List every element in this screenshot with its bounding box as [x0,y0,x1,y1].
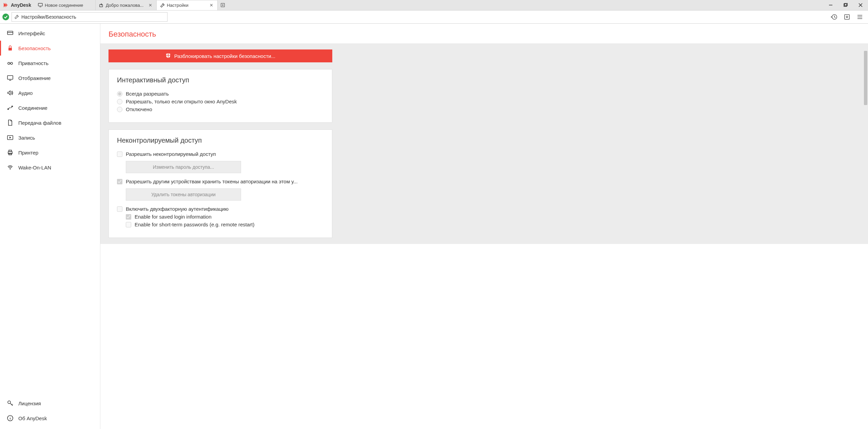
lock-icon [7,45,14,52]
shield-icon [165,53,171,59]
tab-welcome[interactable]: Добро пожалова... ✕ [96,0,157,10]
file-icon [7,119,14,126]
download-icon[interactable] [844,14,850,20]
option-label: Отключено [126,106,152,112]
scrollbar-thumb[interactable] [864,51,867,105]
app-logo: AnyDesk [0,0,35,10]
arrow-into-box-icon [99,3,104,7]
tab-settings[interactable]: Настройки ✕ [157,0,218,10]
sidebar-item-interface[interactable]: Интерфейс [0,26,100,41]
svg-point-21 [11,62,13,64]
radio-disabled[interactable]: Отключено [117,106,324,112]
sidebar-item-label: Интерфейс [18,30,45,36]
sidebar-item-about[interactable]: Об AnyDesk [0,411,100,426]
svg-point-32 [8,401,11,404]
toolbar [0,10,868,24]
address-input[interactable] [21,14,167,20]
wifi-icon [7,164,14,171]
tab-new-connection[interactable]: Новое соединение [35,0,96,10]
option-label: Enable for short-term passwords (e.g. re… [135,222,254,227]
glasses-icon [7,60,14,66]
checkbox-input[interactable] [126,222,131,227]
unlock-button-label: Разблокировать настройки безопасности... [174,53,275,59]
sidebar-item-label: Принтер [18,150,38,156]
change-password-button[interactable]: Изменить пароль доступа... [126,161,241,173]
sidebar-item-audio[interactable]: Аудио [0,85,100,100]
minimize-button[interactable] [823,0,838,10]
radio-input[interactable] [117,99,122,104]
sidebar-item-display[interactable]: Отображение [0,70,100,85]
radio-allow-if-window[interactable]: Разрешать, только если открыто окно AnyD… [117,99,324,104]
sidebar-item-printer[interactable]: Принтер [0,145,100,160]
radio-input[interactable] [117,107,122,112]
svg-point-31 [10,169,11,170]
checkbox-input[interactable] [126,214,131,220]
app-name: AnyDesk [11,2,31,8]
sidebar-item-label: Лицензия [18,401,41,406]
wrench-icon [12,15,21,19]
anydesk-logo-icon [2,2,9,8]
tab-label: Настройки [167,3,207,8]
sidebar-item-label: Приватность [18,60,48,66]
audio-icon [7,89,14,96]
checkbox-input[interactable] [117,151,122,157]
sidebar-item-label: Wake-On-LAN [18,165,51,170]
svg-rect-23 [7,76,13,79]
section-title: Неконтролируемый доступ [117,137,324,144]
connection-icon [7,104,14,111]
tab-strip: Новое соединение Добро пожалова... ✕ Нас… [35,0,228,10]
sidebar-item-license[interactable]: Лицензия [0,396,100,411]
new-tab-button[interactable] [218,0,228,10]
sidebar-item-wol[interactable]: Wake-On-LAN [0,160,100,175]
check-allow-unattended[interactable]: Разрешить неконтролируемый доступ [117,151,324,157]
check-2fa-short-term[interactable]: Enable for short-term passwords (e.g. re… [126,222,324,227]
monitor-icon [38,3,43,7]
close-icon[interactable]: ✕ [209,3,214,8]
option-label: Разрешить неконтролируемый доступ [126,151,216,157]
connection-status-icon [2,13,9,21]
sidebar-item-label: Об AnyDesk [18,415,47,421]
hamburger-menu-icon[interactable] [856,14,863,20]
svg-rect-8 [845,3,847,6]
settings-content: Безопасность Разблокировать настройки бе… [100,24,868,429]
sidebar-item-security[interactable]: Безопасность [0,41,100,56]
check-2fa-saved[interactable]: Enable for saved login information [126,214,324,220]
svg-rect-29 [9,150,12,151]
record-icon [7,134,14,141]
sidebar-item-label: Аудио [18,90,33,96]
interface-icon [7,30,14,37]
sidebar-item-file-transfer[interactable]: Передача файлов [0,115,100,130]
sidebar-item-label: Передача файлов [18,120,61,126]
section-title: Интерактивный доступ [117,76,324,84]
sidebar-item-label: Запись [18,135,35,141]
sidebar-item-label: Соединение [18,105,47,111]
radio-input[interactable] [117,91,122,97]
checkbox-input[interactable] [117,206,122,212]
sidebar-item-recording[interactable]: Запись [0,130,100,145]
scrollbar[interactable] [863,24,868,429]
history-icon[interactable] [831,14,837,20]
wrench-icon [160,3,165,8]
delete-tokens-button[interactable]: Удалить токены авторизации [126,188,241,201]
sidebar-item-privacy[interactable]: Приватность [0,56,100,70]
check-allow-tokens[interactable]: Разрешить другим устройствам хранить ток… [117,179,324,184]
address-bar[interactable] [12,12,167,22]
printer-icon [7,149,14,156]
close-icon[interactable]: ✕ [148,3,153,7]
checkbox-input[interactable] [117,179,122,184]
check-enable-2fa[interactable]: Включить двухфакторную аутентификацию [117,206,324,212]
settings-sidebar: Интерфейс Безопасность Приватность Отобр… [0,24,100,429]
key-icon [7,400,14,407]
radio-always-allow[interactable]: Всегда разрешать [117,91,324,97]
close-window-button[interactable] [853,0,868,10]
titlebar: AnyDesk Новое соединение Добро пожалова.… [0,0,868,10]
svg-point-11 [2,14,9,20]
unlock-security-button[interactable]: Разблокировать настройки безопасности... [108,49,332,62]
sidebar-item-connection[interactable]: Соединение [0,100,100,115]
option-label: Разрешить другим устройствам хранить ток… [126,179,298,184]
sidebar-item-label: Безопасность [18,45,51,51]
tab-label: Добро пожалова... [106,3,146,8]
maximize-button[interactable] [838,0,853,10]
card-unattended-access: Неконтролируемый доступ Разрешить неконт… [108,129,332,238]
option-label: Enable for saved login information [135,214,212,220]
